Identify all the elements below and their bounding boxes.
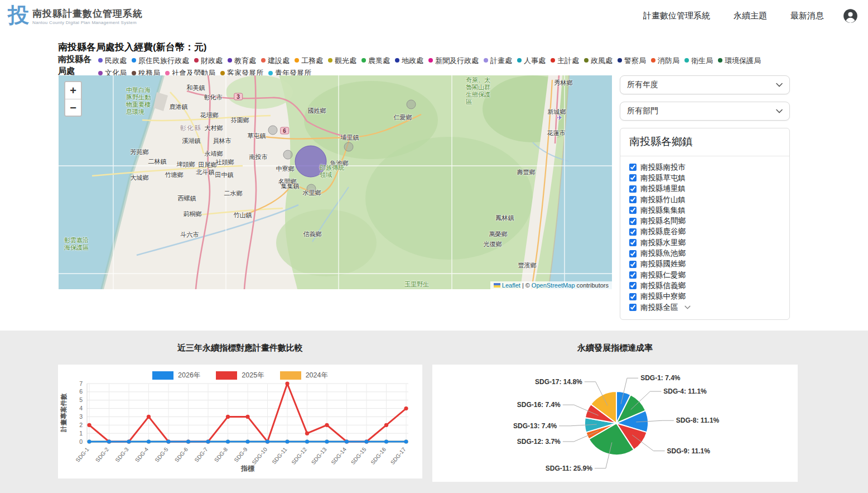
township-checkbox-item[interactable]: 南投縣水里鄉 bbox=[629, 237, 780, 248]
township-checkbox-item[interactable]: 南投縣埔里鎮 bbox=[629, 184, 780, 194]
data-point[interactable] bbox=[245, 439, 249, 443]
chevron-down-icon[interactable] bbox=[684, 305, 691, 309]
data-point[interactable] bbox=[305, 439, 309, 443]
map-gray-marker[interactable] bbox=[268, 126, 277, 135]
township-checkbox[interactable] bbox=[629, 250, 636, 257]
township-checkbox-item[interactable]: 南投縣信義鄉 bbox=[629, 280, 780, 291]
data-point[interactable] bbox=[245, 415, 249, 419]
data-point[interactable] bbox=[364, 439, 368, 443]
department-legend-item[interactable]: 財政處 bbox=[194, 55, 223, 66]
data-point[interactable] bbox=[186, 439, 190, 443]
osm-link[interactable]: OpenStreetMap bbox=[532, 282, 575, 289]
department-legend-item[interactable]: 教育處 bbox=[228, 55, 256, 66]
department-legend-item[interactable]: 建設處 bbox=[261, 55, 290, 66]
user-avatar-icon[interactable] bbox=[843, 8, 858, 23]
legend-swatch bbox=[280, 371, 301, 380]
township-checkbox[interactable] bbox=[629, 293, 636, 300]
township-checkbox[interactable] bbox=[629, 282, 636, 289]
data-point[interactable] bbox=[325, 439, 329, 443]
map-gray-marker[interactable] bbox=[283, 150, 292, 159]
department-legend-item[interactable]: 人事處 bbox=[517, 55, 546, 66]
department-legend-item[interactable]: 環境保護局 bbox=[718, 55, 761, 66]
line-chart-legend-item[interactable]: 2026年 bbox=[152, 371, 200, 380]
township-checkbox-item[interactable]: 南投縣仁愛鄉 bbox=[629, 270, 780, 280]
map-bubble-marker[interactable] bbox=[295, 146, 326, 177]
township-checkbox[interactable] bbox=[629, 185, 636, 193]
department-legend-item[interactable]: 觀光處 bbox=[328, 55, 356, 66]
township-checkbox[interactable] bbox=[629, 271, 636, 279]
data-point[interactable] bbox=[147, 439, 151, 443]
township-checkbox-item[interactable]: 南投縣國姓鄉 bbox=[629, 259, 780, 270]
data-point[interactable] bbox=[404, 439, 408, 443]
map-gray-marker[interactable] bbox=[344, 142, 353, 151]
township-checkbox[interactable] bbox=[629, 218, 636, 225]
legend-item-label: 農業處 bbox=[368, 55, 390, 66]
department-legend-item[interactable]: 民政處 bbox=[98, 55, 127, 66]
data-point[interactable] bbox=[325, 423, 329, 427]
department-legend-item[interactable]: 農業處 bbox=[361, 55, 390, 66]
township-checkbox[interactable] bbox=[629, 196, 636, 203]
department-legend-item[interactable]: 消防局 bbox=[651, 55, 679, 66]
data-point[interactable] bbox=[107, 439, 111, 443]
data-point[interactable] bbox=[226, 439, 230, 443]
app-logo[interactable]: 投 南投縣計畫數位管理系統 Nantou County Digital Plan… bbox=[8, 6, 143, 27]
legend-item-label: 計畫處 bbox=[490, 55, 512, 66]
department-legend-item[interactable]: 政風處 bbox=[584, 55, 613, 66]
nav-sustainability[interactable]: 永續主題 bbox=[734, 11, 767, 21]
township-checkbox[interactable] bbox=[629, 239, 636, 246]
data-point[interactable] bbox=[384, 423, 388, 427]
township-checkbox[interactable] bbox=[629, 164, 636, 171]
data-point[interactable] bbox=[206, 439, 210, 443]
map-gray-marker[interactable] bbox=[407, 100, 416, 109]
department-legend-item[interactable]: 原住民族行政處 bbox=[132, 55, 189, 66]
data-point[interactable] bbox=[404, 406, 408, 410]
legend-item-label: 主計處 bbox=[557, 55, 579, 66]
zoom-out-button[interactable]: − bbox=[65, 99, 81, 116]
township-checkbox-item[interactable]: 南投縣草屯鎮 bbox=[629, 173, 780, 183]
township-checkbox[interactable] bbox=[629, 304, 636, 311]
department-legend-item[interactable]: 計畫處 bbox=[484, 55, 512, 66]
department-legend-item[interactable]: 警察局 bbox=[618, 55, 646, 66]
year-filter-select[interactable]: 所有年度 bbox=[620, 75, 790, 94]
legend-item-label: 政風處 bbox=[591, 55, 613, 66]
data-point[interactable] bbox=[87, 423, 91, 427]
township-checkbox[interactable] bbox=[629, 261, 636, 268]
township-checkbox[interactable] bbox=[629, 174, 636, 181]
line-chart-legend-item[interactable]: 2024年 bbox=[280, 371, 328, 380]
township-checkbox-item[interactable]: 南投縣名間鄉 bbox=[629, 216, 780, 226]
leaflet-link[interactable]: Leaflet bbox=[502, 282, 520, 289]
township-checkbox-item[interactable]: 南投縣竹山鎮 bbox=[629, 194, 780, 205]
data-point[interactable] bbox=[285, 381, 289, 385]
data-point[interactable] bbox=[147, 415, 151, 419]
data-point[interactable] bbox=[87, 439, 91, 443]
township-checkbox[interactable] bbox=[629, 207, 636, 214]
department-legend-item[interactable]: 工務處 bbox=[295, 55, 323, 66]
map-gray-marker[interactable] bbox=[307, 184, 316, 193]
township-checkbox[interactable] bbox=[629, 228, 636, 236]
township-checkbox-item[interactable]: 南投縣魚池鄉 bbox=[629, 248, 780, 259]
department-filter-select[interactable]: 所有部門 bbox=[620, 102, 790, 121]
data-point[interactable] bbox=[305, 432, 309, 435]
township-checkbox-item[interactable]: 南投縣集集鎮 bbox=[629, 205, 780, 216]
leaflet-map[interactable]: 和美鎮彰化市鹿港鎮花壇鄉芬園鄉彰化縣大村鄉溪湖鎮員林市永靖鄉草屯鎮南投市芳苑鄉二… bbox=[59, 75, 612, 289]
data-point[interactable] bbox=[345, 439, 349, 443]
township-checkbox-item[interactable]: 南投縣鹿谷鄉 bbox=[629, 227, 780, 237]
data-point[interactable] bbox=[127, 439, 131, 443]
legend-item-label: 消防局 bbox=[658, 55, 679, 66]
department-legend-item[interactable]: 新聞及行政處 bbox=[428, 55, 479, 66]
data-point[interactable] bbox=[226, 415, 230, 419]
township-checkbox-item[interactable]: 南投縣中寮鄉 bbox=[629, 291, 780, 302]
township-checkbox-item[interactable]: 南投縣南投市 bbox=[629, 162, 780, 173]
department-legend-item[interactable]: 主計處 bbox=[551, 55, 579, 66]
data-point[interactable] bbox=[266, 439, 269, 443]
data-point[interactable] bbox=[384, 439, 388, 443]
department-legend-item[interactable]: 地政處 bbox=[395, 55, 423, 66]
data-point[interactable] bbox=[285, 439, 289, 443]
nav-plan-system[interactable]: 計畫數位管理系統 bbox=[643, 11, 710, 21]
data-point[interactable] bbox=[166, 439, 170, 443]
department-legend-item[interactable]: 衛生局 bbox=[684, 55, 713, 66]
zoom-in-button[interactable]: + bbox=[65, 82, 81, 99]
nav-news[interactable]: 最新消息 bbox=[790, 11, 824, 21]
line-chart-legend-item[interactable]: 2025年 bbox=[216, 371, 264, 380]
township-checkbox-item[interactable]: 南投縣全區 bbox=[629, 302, 780, 313]
